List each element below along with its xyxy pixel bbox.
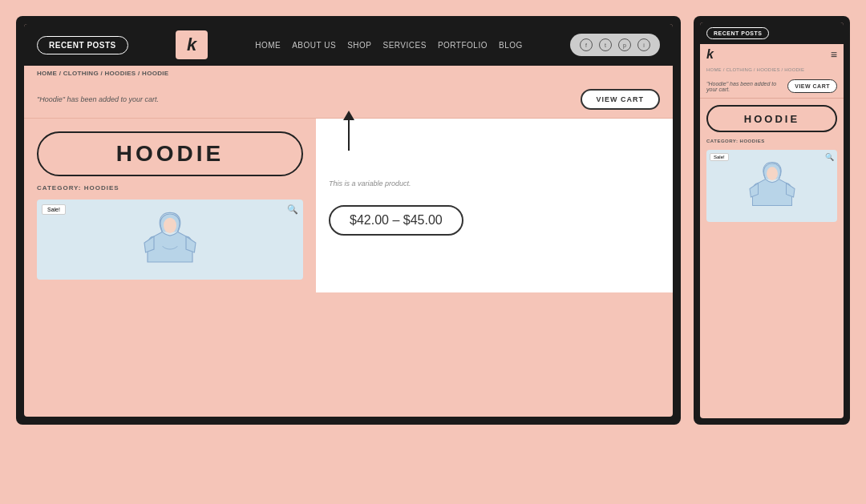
main-container: RECENT POSTS k HOME ABOUT US SHOP SERVIC… — [0, 0, 866, 504]
product-left: HOODIE CATEGORY: HOODIES Sale! 🔍 — [24, 119, 316, 292]
instagram-icon[interactable]: i — [637, 38, 650, 51]
nav-links: HOME ABOUT US SHOP SERVICES PORTFOLIO BL… — [255, 41, 523, 50]
mobile-logo: k — [706, 47, 714, 62]
arrow-line — [348, 119, 350, 151]
mobile-nav: RECENT POSTS — [700, 22, 844, 44]
mobile-product-title-box: HOODIE — [706, 105, 837, 132]
logo-area: k — [176, 30, 208, 59]
cart-message: "Hoodie" has been added to your cart. — [37, 95, 159, 103]
svg-point-1 — [767, 167, 778, 180]
mobile-product-image-area: Sale! 🔍 — [706, 150, 837, 222]
logo: k — [176, 30, 208, 59]
hoodie-image — [138, 208, 202, 272]
breadcrumb: HOME / CLOTHING / HOODIES / HOODIE — [24, 66, 673, 81]
facebook-icon[interactable]: f — [580, 38, 593, 51]
product-image-area: Sale! 🔍 — [37, 200, 303, 280]
mobile-cart-notification: "Hoodie" has been added to your cart. VI… — [700, 75, 844, 99]
mobile-search-icon[interactable]: 🔍 — [825, 153, 834, 161]
price-text: $42.00 – $45.00 — [350, 213, 443, 227]
mobile-hoodie-image — [744, 158, 800, 214]
nav-shop[interactable]: SHOP — [347, 41, 371, 50]
desktop-inner: RECENT POSTS k HOME ABOUT US SHOP SERVIC… — [24, 24, 673, 417]
mobile-cart-message: "Hoodie" has been added to your cart. — [706, 81, 783, 92]
mobile-inner: RECENT POSTS k ≡ HOME / CLOTHING / HOODI… — [700, 22, 844, 418]
price-box: $42.00 – $45.00 — [329, 205, 463, 236]
mobile-product-section: HOODIE CATEGORY: HOODIES Sale! 🔍 — [700, 99, 844, 228]
nav-portfolio[interactable]: PORTFOLIO — [438, 41, 488, 50]
category-label: CATEGORY: HOODIES — [37, 184, 303, 192]
recent-posts-button[interactable]: RECENT POSTS — [37, 36, 128, 54]
view-cart-button[interactable]: VIEW CART — [581, 89, 661, 110]
nav-services[interactable]: SERVICES — [382, 41, 426, 50]
desktop-nav-bar: RECENT POSTS k HOME ABOUT US SHOP SERVIC… — [24, 24, 673, 66]
mobile-logo-row: k ≡ — [700, 44, 844, 65]
mobile-category-label: CATEGORY: HOODIES — [706, 139, 837, 143]
nav-home[interactable]: HOME — [255, 41, 281, 50]
nav-about[interactable]: ABOUT US — [292, 41, 336, 50]
arrow-annotation — [343, 111, 354, 151]
variable-product-text: This is a variable product. — [329, 179, 660, 187]
social-icons-bar: f t p i — [570, 34, 660, 56]
product-title: HOODIE — [116, 141, 224, 166]
mobile-preview: RECENT POSTS k ≡ HOME / CLOTHING / HOODI… — [694, 16, 850, 425]
mobile-recent-posts-button[interactable]: RECENT POSTS — [706, 27, 769, 39]
search-icon[interactable]: 🔍 — [287, 204, 298, 215]
mobile-product-title: HOODIE — [744, 113, 799, 125]
hamburger-icon[interactable]: ≡ — [831, 48, 837, 61]
twitter-icon[interactable]: t — [599, 38, 612, 51]
desktop-preview: RECENT POSTS k HOME ABOUT US SHOP SERVIC… — [16, 16, 681, 425]
product-right: This is a variable product. $42.00 – $45… — [316, 119, 673, 292]
nav-blog[interactable]: BLOG — [499, 41, 523, 50]
sale-badge[interactable]: Sale! — [42, 204, 66, 215]
mobile-sale-badge[interactable]: Sale! — [710, 153, 729, 161]
pinterest-icon[interactable]: p — [618, 38, 631, 51]
mobile-breadcrumb: HOME / CLOTHING / HOODIES / HOODIE — [700, 65, 844, 75]
mobile-view-cart-button[interactable]: VIEW CART — [787, 79, 837, 93]
product-title-box: HOODIE — [37, 131, 303, 176]
svg-point-0 — [164, 218, 176, 233]
